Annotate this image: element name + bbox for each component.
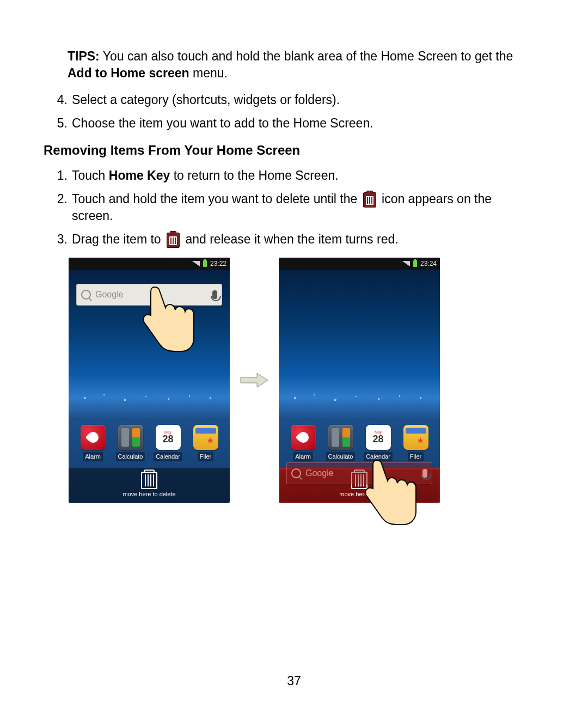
manual-page: TIPS: You can also touch and hold the bl… bbox=[0, 0, 588, 719]
list-item: 5. Choose the item you want to add to th… bbox=[44, 115, 536, 132]
status-bar: 23:22 bbox=[69, 258, 230, 270]
app-calendar[interactable]: May 28 Calendar bbox=[151, 425, 185, 461]
step-number: 4. bbox=[44, 92, 72, 108]
signal-icon bbox=[192, 261, 200, 266]
search-icon bbox=[291, 468, 301, 478]
calculator-icon bbox=[118, 425, 143, 450]
calendar-icon: May 28 bbox=[366, 425, 391, 450]
step-text: Touch Home Key to return to the Home Scr… bbox=[72, 167, 536, 184]
text: and release it when the item turns red. bbox=[185, 232, 398, 246]
delete-hint: move here to delete bbox=[122, 490, 175, 498]
trash-icon bbox=[141, 472, 157, 489]
battery-icon bbox=[203, 260, 207, 267]
calendar-day: 28 bbox=[372, 434, 383, 444]
wallpaper-sparkles bbox=[279, 390, 440, 406]
filer-icon bbox=[403, 425, 428, 450]
page-number: 37 bbox=[0, 673, 588, 690]
app-alarm[interactable]: Alarm bbox=[76, 425, 110, 461]
status-time: 23:24 bbox=[420, 259, 437, 268]
app-calculator[interactable]: Calculato bbox=[114, 425, 148, 461]
step-text: Choose the item you want to add to the H… bbox=[72, 115, 536, 132]
tips-paragraph: TIPS: You can also touch and hold the bl… bbox=[68, 48, 536, 82]
status-time: 23:22 bbox=[210, 259, 226, 268]
step-number: 1. bbox=[44, 167, 72, 184]
remove-steps-list: 1. Touch Home Key to return to the Home … bbox=[44, 167, 536, 248]
app-alarm[interactable]: Alarm bbox=[286, 425, 320, 461]
step-text: Touch and hold the item you want to dele… bbox=[72, 191, 536, 224]
app-label: Alarm bbox=[83, 452, 103, 461]
calendar-day: 28 bbox=[162, 434, 173, 444]
calculator-icon bbox=[328, 425, 353, 450]
search-placeholder: Google bbox=[305, 467, 334, 479]
app-icon-row: Alarm Calculato May 28 Calendar Filer bbox=[69, 425, 230, 461]
filer-icon bbox=[193, 425, 218, 450]
mic-icon bbox=[422, 469, 427, 478]
text: Touch and hold the item you want to dele… bbox=[72, 192, 361, 206]
step-number: 5. bbox=[44, 115, 72, 132]
step-number: 3. bbox=[44, 231, 72, 248]
step-text: Select a category (shortcuts, widgets or… bbox=[72, 92, 536, 108]
list-item: 1. Touch Home Key to return to the Home … bbox=[44, 167, 536, 184]
app-calculator[interactable]: Calculato bbox=[324, 425, 358, 461]
tips-bold: Add to Home screen bbox=[68, 66, 189, 80]
text: to return to the Home Screen. bbox=[170, 168, 338, 182]
text: Drag the item to bbox=[72, 232, 164, 246]
signal-icon bbox=[402, 261, 410, 266]
app-label: Calculato bbox=[326, 452, 356, 461]
section-heading: Removing Items From Your Home Screen bbox=[44, 142, 536, 159]
text: Touch bbox=[72, 168, 109, 182]
hand-pointer-icon bbox=[138, 283, 198, 354]
tips-text-1: You can also touch and hold the blank ar… bbox=[100, 49, 513, 63]
battery-icon bbox=[413, 260, 417, 267]
search-placeholder: Google bbox=[95, 289, 124, 301]
list-item: 3. Drag the item to and release it when … bbox=[44, 231, 536, 248]
phone-screenshot-after: 23:24 Alarm Calculato May 2 bbox=[279, 258, 440, 503]
mic-icon bbox=[212, 290, 217, 299]
list-item: 2. Touch and hold the item you want to d… bbox=[44, 191, 536, 224]
calendar-icon: May 28 bbox=[156, 425, 181, 450]
alarm-icon bbox=[291, 425, 316, 450]
arrow-right-icon bbox=[236, 372, 272, 388]
tips-label: TIPS: bbox=[68, 49, 100, 63]
app-label: Alarm bbox=[293, 452, 313, 461]
step-number: 2. bbox=[44, 191, 72, 224]
app-label: Filer bbox=[198, 452, 213, 461]
tips-text-2: menu. bbox=[189, 66, 228, 80]
add-steps-list: 4. Select a category (shortcuts, widgets… bbox=[44, 92, 536, 132]
list-item: 4. Select a category (shortcuts, widgets… bbox=[44, 92, 536, 108]
home-key-bold: Home Key bbox=[109, 168, 170, 182]
app-label: Calendar bbox=[154, 452, 182, 461]
app-label: Calculato bbox=[116, 452, 145, 461]
screenshots-row: 23:22 Google Alarm Calculato bbox=[69, 258, 536, 503]
step-text: Drag the item to and release it when the… bbox=[72, 231, 536, 248]
wallpaper-sparkles bbox=[69, 390, 230, 406]
hand-pointer-icon bbox=[360, 456, 420, 527]
alarm-icon bbox=[81, 425, 106, 450]
trash-icon bbox=[167, 233, 180, 248]
app-filer[interactable]: Filer bbox=[189, 425, 223, 461]
status-bar: 23:24 bbox=[279, 258, 440, 270]
delete-drop-zone[interactable]: move here to delete bbox=[69, 468, 230, 503]
trash-icon bbox=[363, 192, 376, 208]
phone-screenshot-before: 23:22 Google Alarm Calculato bbox=[69, 258, 230, 503]
search-icon bbox=[81, 290, 91, 300]
